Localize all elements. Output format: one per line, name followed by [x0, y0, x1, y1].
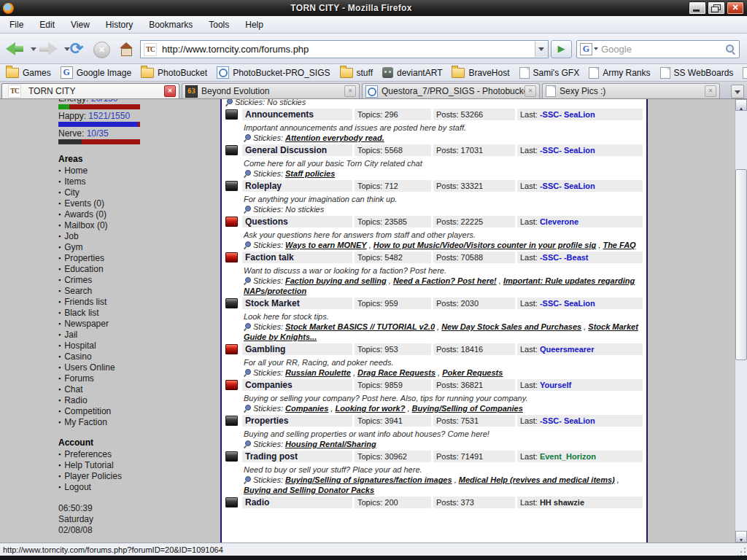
- last-poster-link[interactable]: -SSC- SeaLion: [540, 299, 595, 308]
- search-icon[interactable]: [725, 44, 736, 55]
- sidebar-item-help-tutorial[interactable]: Help Tutorial: [58, 460, 216, 471]
- sidebar-item-black-list[interactable]: Black list: [58, 308, 216, 319]
- menu-view[interactable]: View: [66, 18, 95, 31]
- bookmark-stuff[interactable]: stuff: [340, 68, 373, 78]
- sidebar-item-chat[interactable]: Chat: [58, 384, 216, 395]
- sticky-link[interactable]: Buying/Selling of Companies: [412, 404, 523, 413]
- forum-name-link[interactable]: Radio: [242, 497, 352, 508]
- menu-bookmarks[interactable]: Bookmarks: [144, 18, 198, 31]
- forum-name-link[interactable]: Announcements: [242, 109, 352, 120]
- reload-icon[interactable]: ⟳: [67, 39, 86, 58]
- back-button[interactable]: [6, 42, 28, 55]
- go-button[interactable]: [551, 40, 572, 58]
- tab-close-button[interactable]: [344, 85, 356, 97]
- sidebar-item-search[interactable]: Search: [58, 286, 216, 297]
- sidebar-item-my-faction[interactable]: My Faction: [58, 417, 216, 428]
- last-poster-link[interactable]: Event_Horizon: [540, 452, 596, 461]
- forum-name-link[interactable]: Gambling: [242, 343, 352, 355]
- home-icon[interactable]: [119, 42, 133, 56]
- sticky-link[interactable]: Medical Help (revives and medical items): [459, 475, 615, 484]
- sticky-link[interactable]: Buying and Selling Donator Packs: [244, 486, 374, 494]
- menu-help[interactable]: Help: [240, 18, 268, 31]
- sidebar-item-jail[interactable]: Jail: [58, 330, 216, 341]
- last-poster-link[interactable]: Queersmearer: [540, 345, 595, 354]
- sidebar-item-gym[interactable]: Gym: [58, 242, 216, 253]
- sticky-link[interactable]: How to put Music/Video/Visitors counter …: [374, 241, 596, 249]
- sticky-link[interactable]: Stock Market BASICS // TUTORIAL v2.0: [285, 322, 435, 331]
- stop-icon[interactable]: [93, 42, 110, 58]
- bookmark-photobucket-pro-sigs[interactable]: PhotoBucket-PRO_SIGS: [217, 66, 330, 79]
- sticky-link[interactable]: Faction buying and selling: [285, 276, 387, 285]
- sidebar-item-city[interactable]: City: [58, 187, 216, 198]
- sticky-link[interactable]: New Day Stock Sales and Purchases: [441, 322, 581, 331]
- forum-name-link[interactable]: Properties: [242, 415, 352, 427]
- scroll-up-button[interactable]: [735, 99, 747, 111]
- sidebar-item-education[interactable]: Education: [58, 264, 216, 275]
- sticky-link[interactable]: The FAQ: [603, 241, 635, 249]
- tab-questora-7-pro-sigs-photobucket[interactable]: Questora_7/PRO_SIGS - Photobucket ...: [362, 83, 540, 98]
- google-icon[interactable]: [580, 43, 592, 55]
- tab-close-button[interactable]: [705, 85, 716, 97]
- sticky-link[interactable]: Ways to earn MONEY: [285, 241, 367, 249]
- last-poster-link[interactable]: HH shawzie: [540, 498, 584, 507]
- forum-name-link[interactable]: Roleplay: [242, 180, 352, 192]
- bookmark-photobucket[interactable]: PhotoBucket: [141, 68, 207, 78]
- sidebar-item-items[interactable]: Items: [58, 176, 216, 187]
- bookmark-ss-webboards[interactable]: SS WebBoards: [660, 67, 734, 79]
- resize-grip[interactable]: [738, 547, 746, 556]
- sidebar-item-awards-0[interactable]: Awards (0): [58, 209, 216, 220]
- bookmark-bravehost[interactable]: BraveHost: [452, 68, 509, 78]
- sidebar-item-casino[interactable]: Casino: [58, 351, 216, 362]
- last-poster-link[interactable]: -SSC- SeaLion: [540, 182, 595, 190]
- sidebar-item-preferences[interactable]: Preferences: [58, 449, 216, 460]
- sticky-link[interactable]: Housing Rental/Sharing: [285, 440, 376, 448]
- sidebar-item-friends-list[interactable]: Friends list: [58, 297, 216, 308]
- tab-close-button[interactable]: [525, 85, 536, 97]
- bookmark-army-ranks[interactable]: Army Ranks: [589, 67, 650, 79]
- url-input[interactable]: [160, 43, 535, 55]
- sidebar-item-forums[interactable]: Forums: [58, 373, 216, 384]
- forum-name-link[interactable]: Stock Market: [242, 298, 352, 309]
- last-poster-link[interactable]: -SSC- SeaLion: [540, 146, 595, 155]
- minimize-button[interactable]: [689, 1, 706, 15]
- scroll-down-button[interactable]: [735, 531, 747, 542]
- sidebar-item-logout[interactable]: Logout: [58, 482, 216, 493]
- last-poster-link[interactable]: -SSC- SeaLion: [540, 110, 595, 119]
- sidebar-item-radio[interactable]: Radio: [58, 395, 216, 406]
- last-poster-link[interactable]: Cleverone: [540, 217, 578, 226]
- last-poster-link[interactable]: Yourself: [540, 381, 571, 389]
- sticky-link[interactable]: Russian Roulette: [285, 368, 351, 377]
- tab-close-button[interactable]: [164, 85, 176, 97]
- search-engine-dropdown[interactable]: [592, 41, 600, 58]
- menu-tools[interactable]: Tools: [204, 18, 234, 31]
- tab-beyond-evolution[interactable]: Beyond Evolution: [182, 83, 360, 98]
- sidebar-item-mailbox-0[interactable]: Mailbox (0): [58, 220, 216, 231]
- last-poster-link[interactable]: -SSC- -Beast: [540, 253, 589, 262]
- bookmark-super-mario-brothers[interactable]: Super Mario Brothers: [743, 67, 747, 79]
- sidebar-item-properties[interactable]: Properties: [58, 253, 216, 264]
- sidebar-item-competition[interactable]: Competition: [58, 406, 216, 417]
- scrollbar-thumb[interactable]: [735, 169, 747, 360]
- forum-name-link[interactable]: Questions: [242, 216, 352, 228]
- url-dropdown-button[interactable]: [535, 42, 548, 57]
- tab-sexy-pics[interactable]: Sexy Pics :): [542, 83, 720, 98]
- sidebar-item-job[interactable]: Job: [58, 231, 216, 242]
- search-input[interactable]: [600, 43, 725, 55]
- close-button[interactable]: [727, 1, 744, 15]
- sidebar-item-crimes[interactable]: Crimes: [58, 275, 216, 286]
- back-history-dropdown[interactable]: [31, 47, 36, 51]
- menu-history[interactable]: History: [101, 18, 138, 31]
- last-poster-link[interactable]: -SSC- SeaLion: [540, 416, 595, 425]
- forum-name-link[interactable]: Trading post: [242, 451, 352, 462]
- sticky-link[interactable]: Attention everybody read.: [285, 133, 384, 142]
- sticky-link[interactable]: Staff policies: [285, 169, 335, 178]
- sticky-link[interactable]: Companies: [285, 404, 328, 413]
- sidebar-item-newspaper[interactable]: Newspaper: [58, 319, 216, 330]
- forum-name-link[interactable]: General Discussion: [242, 144, 352, 156]
- bookmark-deviantart[interactable]: deviantART: [382, 67, 442, 78]
- sidebar-item-home[interactable]: Home: [58, 166, 216, 176]
- restore-button[interactable]: [708, 1, 725, 15]
- menu-edit[interactable]: Edit: [34, 18, 60, 31]
- list-all-tabs-button[interactable]: [731, 85, 744, 98]
- tab-torn-city[interactable]: TORN CITY: [1, 83, 179, 98]
